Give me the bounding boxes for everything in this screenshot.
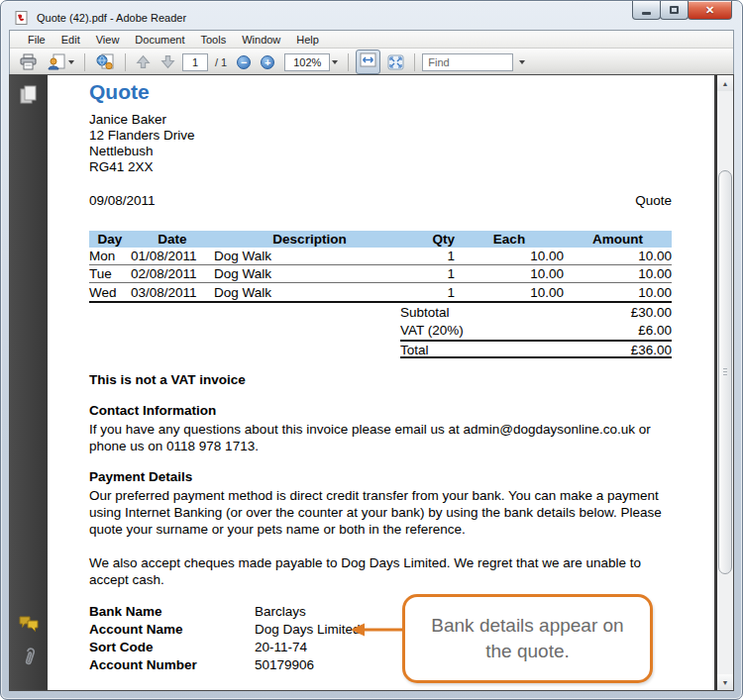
comments-icon <box>18 615 40 633</box>
column-header-day: Day <box>89 231 131 248</box>
attachments-icon <box>17 645 41 670</box>
find-dropdown-icon <box>519 60 525 64</box>
menu-file[interactable]: File <box>20 33 53 47</box>
next-page-button[interactable] <box>158 52 178 71</box>
account-name-label: Account Name <box>89 621 255 639</box>
cell-date: 02/08/2011 <box>131 265 214 282</box>
totals-block: Subtotal £30.00 VAT (20%) £6.00 Total £3… <box>400 303 672 358</box>
zoom-in-button[interactable]: + <box>258 53 277 71</box>
payment-body-2: We also accept cheques made payable to D… <box>89 554 672 588</box>
fit-page-icon <box>387 54 404 70</box>
vat-value: £6.00 <box>638 322 672 339</box>
scroll-down-button[interactable]: ▼ <box>717 674 733 690</box>
zoom-out-button[interactable]: − <box>234 53 254 71</box>
document-area: Quote Janice Baker 12 Flanders Drive Net… <box>9 74 734 691</box>
scroll-up-button[interactable]: ▲ <box>717 75 733 91</box>
navigation-pane-bottom <box>18 615 40 690</box>
callout-arrow-icon <box>348 621 403 639</box>
table-row: Tue 02/08/2011 Dog Walk 1 10.00 10.00 <box>89 265 672 283</box>
zoom-in-icon: + <box>261 55 274 69</box>
comments-panel-button[interactable] <box>18 615 40 637</box>
payment-body-1: Our preferred payment method is direct c… <box>89 487 672 538</box>
minimize-icon <box>642 12 651 15</box>
pdf-file-icon <box>15 11 31 25</box>
cell-qty: 1 <box>405 248 455 264</box>
menu-window[interactable]: Window <box>234 33 288 47</box>
caption-buttons: ✕ <box>633 1 732 20</box>
menu-help[interactable]: Help <box>288 33 327 47</box>
zoom-level-select[interactable]: 102% <box>281 51 341 73</box>
page-number-input[interactable] <box>182 53 208 71</box>
page-count-label: / 1 <box>212 56 230 68</box>
subtotal-value: £30.00 <box>631 304 672 321</box>
previous-page-icon <box>136 54 151 69</box>
cell-day: Mon <box>89 248 131 264</box>
table-row: Mon 01/08/2011 Dog Walk 1 10.00 10.00 <box>89 248 672 265</box>
column-header-qty: Qty <box>405 231 455 248</box>
cell-amount: 10.00 <box>564 284 672 301</box>
document-type-label: Quote <box>635 192 672 209</box>
cell-date: 01/08/2011 <box>131 248 214 264</box>
adobe-reader-window: Quote (42).pdf - Adobe Reader ✕ File Edi… <box>0 0 743 700</box>
sort-code-label: Sort Code <box>89 639 255 656</box>
print-icon <box>19 53 38 70</box>
navigation-pane <box>10 75 48 690</box>
document-date: 09/08/2011 <box>89 192 156 209</box>
total-value: £36.00 <box>631 342 672 358</box>
column-header-date: Date <box>131 231 214 248</box>
attachments-panel-button[interactable] <box>20 647 38 672</box>
fit-page-button[interactable] <box>384 52 407 72</box>
menu-edit[interactable]: Edit <box>53 33 88 47</box>
cell-day: Wed <box>89 284 131 301</box>
recipient-address: Janice Baker 12 Flanders Drive Nettlebus… <box>89 112 672 175</box>
vat-label: VAT (20%) <box>400 322 638 339</box>
pages-icon <box>19 84 39 105</box>
print-button[interactable] <box>16 51 41 72</box>
menu-document[interactable]: Document <box>127 33 192 47</box>
collaborate-button[interactable] <box>92 51 118 72</box>
minimize-button[interactable] <box>632 1 661 20</box>
cell-qty: 1 <box>405 265 455 282</box>
date-row: 09/08/2011 Quote <box>89 192 672 209</box>
menu-tools[interactable]: Tools <box>193 33 235 47</box>
cell-each: 10.00 <box>455 248 564 264</box>
maximize-icon <box>670 6 679 14</box>
address-line: Janice Baker <box>89 112 672 128</box>
close-button[interactable]: ✕ <box>688 1 732 20</box>
address-line: RG41 2XX <box>89 159 672 175</box>
cell-date: 03/08/2011 <box>131 284 214 301</box>
maximize-button[interactable] <box>660 1 689 20</box>
email-button[interactable] <box>45 51 77 72</box>
subtotal-row: Subtotal £30.00 <box>400 303 672 322</box>
subtotal-label: Subtotal <box>400 304 631 321</box>
menubar: File Edit View Document Tools Window Hel… <box>10 31 733 48</box>
collaborate-icon <box>95 53 115 70</box>
contact-heading: Contact Information <box>89 402 672 419</box>
find-input[interactable] <box>422 53 513 71</box>
titlebar: Quote (42).pdf - Adobe Reader ✕ <box>1 1 742 30</box>
toolbar: / 1 − + 102% <box>10 48 733 75</box>
vat-notice: This is not a VAT invoice <box>89 371 672 388</box>
table-row: Wed 03/08/2011 Dog Walk 1 10.00 10.00 <box>89 283 672 301</box>
annotation-callout: Bank details appear on the quote. <box>402 594 653 683</box>
previous-page-button[interactable] <box>133 52 154 71</box>
close-icon: ✕ <box>705 4 714 17</box>
toolbar-separator <box>414 53 415 71</box>
fit-width-icon <box>360 52 376 67</box>
fit-width-button[interactable] <box>356 50 380 74</box>
cell-amount: 10.00 <box>564 265 672 282</box>
toolbar-separator <box>125 53 126 71</box>
address-line: Nettlebush <box>89 144 672 159</box>
scrollbar-thumb[interactable] <box>718 170 732 574</box>
line-items-table: Day Date Description Qty Each Amount Mon… <box>89 231 672 303</box>
vertical-scrollbar[interactable]: ▲ ▼ <box>716 75 733 690</box>
document-title: Quote <box>89 80 672 104</box>
menu-view[interactable]: View <box>88 33 128 47</box>
cell-description: Dog Walk <box>214 284 405 301</box>
address-line: 12 Flanders Drive <box>89 128 672 144</box>
zoom-dropdown-icon <box>332 60 338 64</box>
column-header-amount: Amount <box>564 231 672 248</box>
pages-panel-button[interactable] <box>19 84 39 109</box>
cell-description: Dog Walk <box>214 248 405 264</box>
next-page-icon <box>160 54 175 69</box>
